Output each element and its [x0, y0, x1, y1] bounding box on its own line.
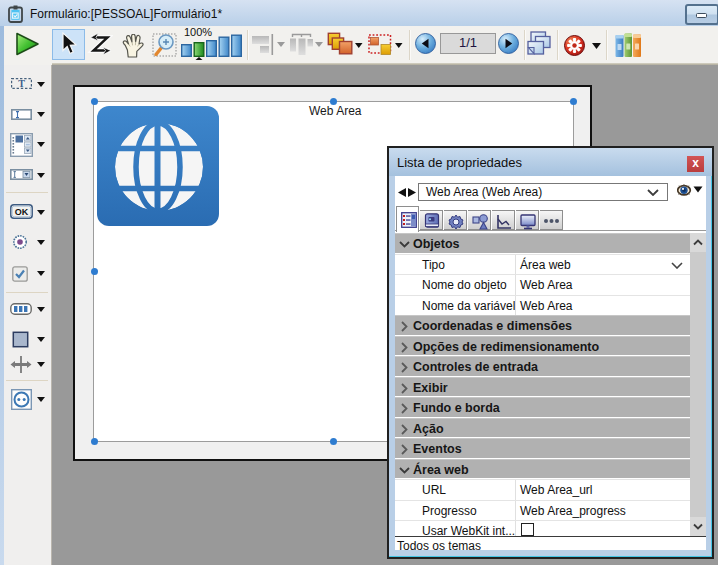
svg-text:T: T	[18, 78, 25, 89]
svg-text:OK: OK	[15, 207, 29, 217]
